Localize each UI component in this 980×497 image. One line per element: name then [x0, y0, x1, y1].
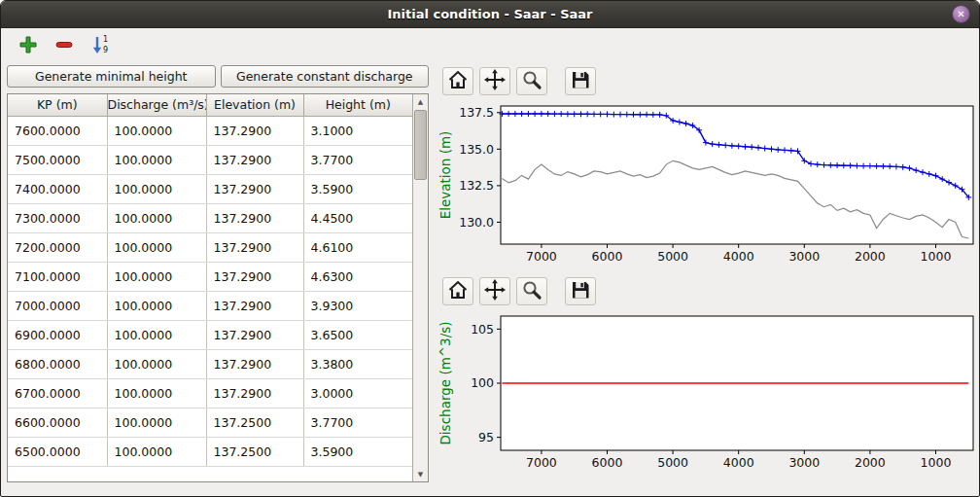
table-cell[interactable]: 3.6500 [303, 320, 412, 349]
table-cell[interactable]: 6900.0000 [8, 320, 107, 349]
table-cell[interactable]: 100.0000 [107, 291, 206, 320]
table-cell[interactable]: 3.3800 [303, 349, 412, 378]
scrollbar-track[interactable] [413, 109, 428, 467]
table-cell[interactable]: 100.0000 [107, 174, 206, 203]
elevation-plot[interactable]: 7000600050004000300020001000130.0132.513… [437, 98, 980, 273]
table-scrollbar[interactable]: ▲ ▼ [412, 94, 428, 481]
elevation-save-button[interactable] [565, 67, 596, 95]
discharge-plot[interactable]: 700060005000400030002000100095100105Disc… [437, 308, 980, 479]
svg-text:1: 1 [103, 35, 108, 44]
app-window: Initial condition - Saar - Saar ✕ [0, 0, 980, 497]
table-cell[interactable]: 100.0000 [107, 349, 206, 378]
svg-text:6000: 6000 [592, 249, 623, 264]
table-cell[interactable]: 6600.0000 [8, 408, 107, 437]
table-cell[interactable]: 3.9300 [303, 291, 412, 320]
discharge-zoom-button[interactable] [516, 277, 547, 305]
initial-condition-table: KP (m)Discharge (m³/s)Elevation (m)Heigh… [7, 93, 429, 482]
table-cell[interactable]: 7000.0000 [8, 291, 107, 320]
table-cell[interactable]: 6700.0000 [8, 378, 107, 408]
scrollbar-down-icon[interactable]: ▼ [413, 467, 428, 481]
svg-text:100: 100 [471, 375, 494, 390]
table-cell[interactable]: 100.0000 [107, 203, 206, 232]
scrollbar-thumb[interactable] [414, 110, 427, 180]
table-cell[interactable]: 137.2900 [206, 145, 303, 174]
table-cell[interactable]: 137.2900 [206, 349, 303, 378]
elevation-zoom-button[interactable] [516, 67, 547, 95]
generate-constant-discharge-button[interactable]: Generate constant discharge [221, 65, 430, 88]
table-cell[interactable]: 100.0000 [107, 145, 206, 174]
table-cell[interactable]: 137.2900 [206, 262, 303, 291]
titlebar[interactable]: Initial condition - Saar - Saar ✕ [1, 1, 979, 28]
table-row: 6700.0000100.0000137.29003.0000 [8, 378, 412, 408]
svg-text:2000: 2000 [855, 455, 886, 470]
table-cell[interactable]: 7300.0000 [8, 203, 107, 232]
table-cell[interactable]: 3.7700 [303, 145, 412, 174]
table-cell[interactable]: 100.0000 [107, 437, 206, 466]
table-cell[interactable]: 137.2900 [206, 291, 303, 320]
table-cell[interactable]: 3.5900 [303, 437, 412, 466]
table-cell[interactable]: 100.0000 [107, 378, 206, 408]
table-cell[interactable]: 100.0000 [107, 262, 206, 291]
table-cell[interactable]: 3.0000 [303, 378, 412, 408]
table-panel: Generate minimal height Generate constan… [7, 63, 429, 482]
column-header[interactable]: Elevation (m) [206, 94, 303, 116]
table-row: 7400.0000100.0000137.29003.5900 [8, 174, 412, 203]
table-cell[interactable]: 100.0000 [107, 116, 206, 145]
table-cell[interactable]: 3.1000 [303, 116, 412, 145]
svg-text:137.5: 137.5 [459, 105, 494, 120]
table-cell[interactable]: 137.2900 [206, 203, 303, 232]
table-cell[interactable]: 4.4500 [303, 203, 412, 232]
column-header[interactable]: Height (m) [303, 94, 412, 116]
table-cell[interactable]: 7100.0000 [8, 262, 107, 291]
table-cell[interactable]: 137.2900 [206, 320, 303, 349]
generate-minimal-height-button[interactable]: Generate minimal height [7, 65, 216, 88]
content-area: Generate minimal height Generate constan… [1, 63, 979, 496]
table-cell[interactable]: 137.2900 [206, 378, 303, 408]
discharge-home-button[interactable] [442, 277, 473, 305]
table-cell[interactable]: 3.7700 [303, 408, 412, 437]
table-cell[interactable]: 7400.0000 [8, 174, 107, 203]
home-icon [446, 278, 470, 304]
scrollbar-up-icon[interactable]: ▲ [413, 94, 428, 109]
table-row: 7200.0000100.0000137.29004.6100 [8, 232, 412, 262]
save-icon [569, 68, 592, 94]
remove-row-button[interactable] [51, 32, 78, 59]
table-cell[interactable]: 137.2500 [206, 408, 303, 437]
table-cell[interactable]: 137.2500 [206, 437, 303, 466]
table-cell[interactable]: 100.0000 [107, 320, 206, 349]
svg-text:4000: 4000 [723, 249, 754, 264]
svg-text:6000: 6000 [592, 455, 623, 470]
svg-text:95: 95 [478, 430, 494, 444]
table-cell[interactable]: 100.0000 [107, 408, 206, 437]
column-header[interactable]: Discharge (m³/s) [107, 94, 206, 116]
svg-text:130.0: 130.0 [459, 215, 494, 230]
column-header[interactable]: KP (m) [8, 94, 107, 116]
elevation-home-button[interactable] [442, 67, 473, 95]
close-button[interactable]: ✕ [952, 5, 970, 23]
discharge-pan-button[interactable] [479, 277, 510, 305]
home-icon [446, 68, 470, 94]
pan-icon [483, 278, 507, 304]
elevation-pan-button[interactable] [479, 67, 510, 95]
table-cell[interactable]: 4.6300 [303, 262, 412, 291]
table-cell[interactable]: 6800.0000 [8, 349, 107, 378]
table-cell[interactable]: 3.5900 [303, 174, 412, 203]
svg-text:5000: 5000 [657, 455, 688, 470]
discharge-save-button[interactable] [565, 277, 596, 305]
table-cell[interactable]: 137.2900 [206, 116, 303, 145]
table-cell[interactable]: 6500.0000 [8, 437, 107, 466]
table-cell[interactable]: 137.2900 [206, 232, 303, 262]
svg-text:Elevation (m): Elevation (m) [438, 131, 453, 220]
svg-text:132.5: 132.5 [459, 178, 494, 193]
table-cell[interactable]: 4.6100 [303, 232, 412, 262]
table-cell[interactable]: 137.2900 [206, 174, 303, 203]
discharge-plot-toolbar [437, 273, 980, 308]
table-cell[interactable]: 7600.0000 [8, 116, 107, 145]
sort-ascending-button[interactable]: 1 9 [87, 32, 114, 59]
table-cell[interactable]: 7200.0000 [8, 232, 107, 262]
table-cell[interactable]: 100.0000 [107, 232, 206, 262]
table-cell[interactable]: 7500.0000 [8, 145, 107, 174]
table-row: 7300.0000100.0000137.29004.4500 [8, 203, 412, 232]
add-row-button[interactable] [15, 32, 42, 59]
main-toolbar: 1 9 [1, 28, 979, 63]
